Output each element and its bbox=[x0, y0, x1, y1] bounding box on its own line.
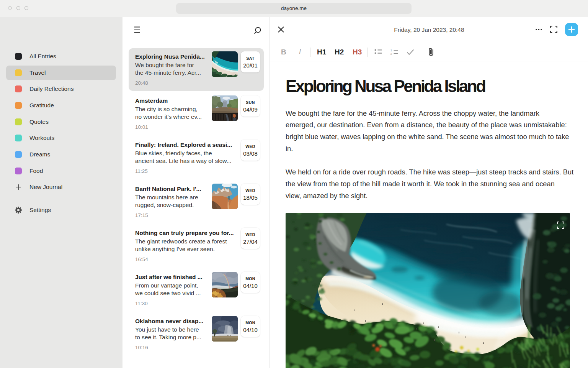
svg-text:2: 2 bbox=[390, 52, 392, 55]
